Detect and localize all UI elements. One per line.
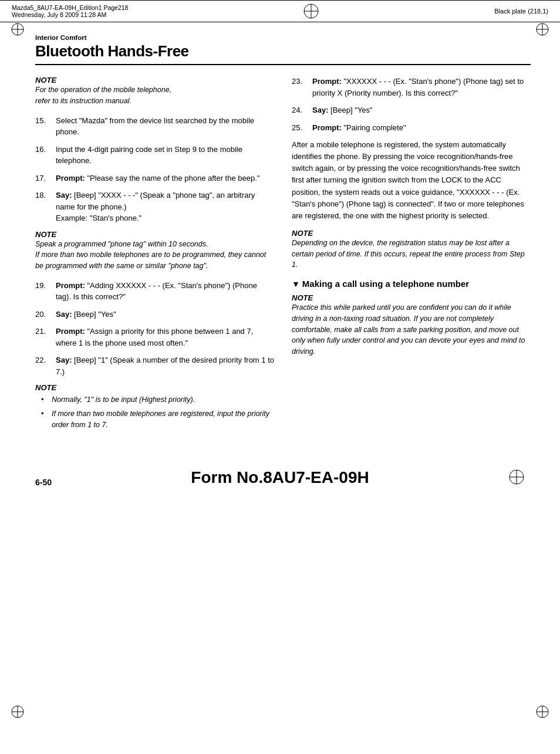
item25-content: Prompt: "Pairing complete" bbox=[312, 122, 531, 134]
page-number: 6-50 bbox=[35, 478, 52, 487]
item19-content: Prompt: "Adding XXXXXX - - - (Ex. "Stan'… bbox=[56, 280, 274, 303]
note1-line1: For the operation of the mobile telephon… bbox=[35, 86, 171, 94]
footer-crosshair bbox=[508, 469, 525, 487]
note-5: NOTE Practice this while parked until yo… bbox=[292, 293, 531, 357]
bullet-dot-1: • bbox=[41, 394, 52, 405]
center-crosshair-icon bbox=[303, 3, 319, 19]
list-item-16: 16. Input the 4-digit pairing code set i… bbox=[35, 144, 274, 167]
footer-crosshair-icon bbox=[508, 469, 525, 485]
bullet-text-1: Normally, "1" is to be input (Highest pr… bbox=[52, 394, 195, 405]
note1-line2: refer to its instruction manual. bbox=[35, 97, 131, 105]
bullet-text-2: If more than two mobile telephones are r… bbox=[52, 408, 274, 431]
note3-bullets: • Normally, "1" is to be input (Highest … bbox=[41, 394, 274, 430]
header-center-crosshair bbox=[303, 3, 319, 19]
corner-crosshair-tl bbox=[11, 22, 25, 36]
list-item-17: 17. Prompt: "Please say the name of the … bbox=[35, 173, 274, 184]
item20-num: 20. bbox=[35, 309, 56, 320]
registered-paragraph: After a mobile telephone is registered, … bbox=[292, 139, 531, 222]
note5-title: NOTE bbox=[292, 293, 531, 302]
section-label: Interior Comfort bbox=[35, 34, 531, 41]
header-line2: Wednesday, July 8 2009 11:28 AM bbox=[12, 11, 128, 18]
item22-content: Say: [Beep] "1" (Speak a number of the d… bbox=[56, 354, 274, 377]
list-item-15: 15. Select "Mazda" from the device list … bbox=[35, 115, 274, 138]
form-number: Form No.8AU7-EA-09H bbox=[191, 468, 369, 487]
list-item-23: 23. Prompt: "XXXXXX - - - (Ex. "Stan's p… bbox=[292, 76, 531, 99]
list-item-20: 20. Say: [Beep] "Yes" bbox=[35, 309, 274, 320]
item22-num: 22. bbox=[35, 354, 56, 377]
two-col-layout: NOTE For the operation of the mobile tel… bbox=[35, 76, 531, 439]
item18-num: 18. bbox=[35, 190, 56, 224]
note-3: NOTE • Normally, "1" is to be input (Hig… bbox=[35, 383, 274, 430]
header-right: Black plate (218,1) bbox=[494, 8, 548, 15]
item20-content: Say: [Beep] "Yes" bbox=[56, 309, 274, 320]
header-left: Mazda5_8AU7-EA-09H_Edition1 Page218 Wedn… bbox=[12, 4, 128, 18]
item16-num: 16. bbox=[35, 144, 56, 167]
note5-text: Practice this while parked until you are… bbox=[292, 302, 531, 357]
footer: 6-50 Form No.8AU7-EA-09H bbox=[0, 462, 560, 493]
note-2: NOTE Speak a programmed "phone tag" with… bbox=[35, 230, 274, 272]
note-1: NOTE For the operation of the mobile tel… bbox=[35, 76, 274, 107]
corner-crosshair-tr bbox=[535, 22, 549, 36]
item24-num: 24. bbox=[292, 104, 312, 116]
item21-content: Prompt: "Assign a priority for this phon… bbox=[56, 326, 274, 349]
list-item-19: 19. Prompt: "Adding XXXXXX - - - (Ex. "S… bbox=[35, 280, 274, 303]
triangle-icon: ▼ bbox=[292, 279, 300, 289]
right-column: 23. Prompt: "XXXXXX - - - (Ex. "Stan's p… bbox=[292, 76, 531, 439]
item24-content: Say: [Beep] "Yes" bbox=[312, 104, 531, 116]
list-item-25: 25. Prompt: "Pairing complete" bbox=[292, 122, 531, 134]
subsection-heading: ▼ Making a call using a telephone number bbox=[292, 279, 531, 289]
note2-title: NOTE bbox=[35, 230, 274, 239]
note2-text: Speak a programmed "phone tag" within 10… bbox=[35, 239, 274, 272]
subsection-title: Making a call using a telephone number bbox=[302, 279, 469, 289]
item21-num: 21. bbox=[35, 326, 56, 349]
note3-title: NOTE bbox=[35, 383, 274, 392]
list-item-22: 22. Say: [Beep] "1" (Speak a number of t… bbox=[35, 354, 274, 377]
corner-crosshair-bl bbox=[11, 705, 25, 719]
item25-num: 25. bbox=[292, 122, 312, 134]
bullet-item-1: • Normally, "1" is to be input (Highest … bbox=[41, 394, 274, 405]
item23-num: 23. bbox=[292, 76, 312, 99]
list-item-18: 18. Say: [Beep] "XXXX - - -" (Speak a "p… bbox=[35, 190, 274, 224]
note4-title: NOTE bbox=[292, 229, 531, 238]
list-item-24: 24. Say: [Beep] "Yes" bbox=[292, 104, 531, 116]
bullet-dot-2: • bbox=[41, 408, 52, 431]
note1-title: NOTE bbox=[35, 76, 274, 84]
item23-content: Prompt: "XXXXXX - - - (Ex. "Stan's phone… bbox=[312, 76, 531, 99]
note-4: NOTE Depending on the device, the regist… bbox=[292, 229, 531, 271]
item18-content: Say: [Beep] "XXXX - - -" (Speak a "phone… bbox=[56, 190, 274, 224]
item16-content: Input the 4-digit pairing code set in St… bbox=[56, 144, 274, 167]
left-column: NOTE For the operation of the mobile tel… bbox=[35, 76, 274, 439]
note4-text: Depending on the device, the registratio… bbox=[292, 238, 531, 271]
section-divider bbox=[35, 64, 531, 65]
item17-content: Prompt: "Please say the name of the phon… bbox=[56, 173, 274, 184]
item15-content: Select "Mazda" from the device list sear… bbox=[56, 115, 274, 138]
bullet-item-2: • If more than two mobile telephones are… bbox=[41, 408, 274, 431]
corner-crosshair-br bbox=[535, 705, 549, 719]
section-title: Bluetooth Hands-Free bbox=[35, 42, 531, 60]
header-line1: Mazda5_8AU7-EA-09H_Edition1 Page218 bbox=[12, 4, 128, 11]
item19-num: 19. bbox=[35, 280, 56, 303]
item17-num: 17. bbox=[35, 173, 56, 184]
item15-num: 15. bbox=[35, 115, 56, 138]
list-item-21: 21. Prompt: "Assign a priority for this … bbox=[35, 326, 274, 349]
top-header: Mazda5_8AU7-EA-09H_Edition1 Page218 Wedn… bbox=[0, 0, 560, 22]
page: Mazda5_8AU7-EA-09H_Edition1 Page218 Wedn… bbox=[0, 0, 560, 754]
main-content: Interior Comfort Bluetooth Hands-Free NO… bbox=[0, 22, 560, 451]
note1-text: For the operation of the mobile telephon… bbox=[35, 84, 274, 107]
